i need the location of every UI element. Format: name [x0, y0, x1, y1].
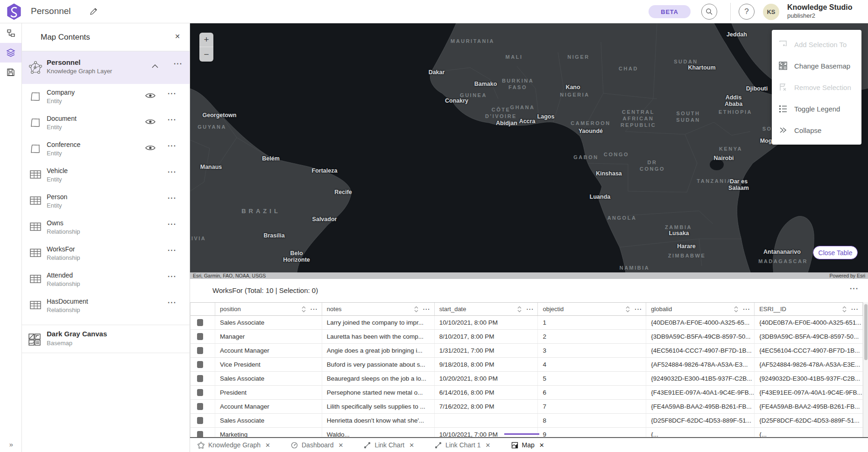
menu-item-toggle-legend[interactable]: Toggle Legend	[772, 98, 861, 119]
map-canvas[interactable]: MAURITANIAMALINIGERSUDANCHADBURKINA FASO…	[190, 23, 868, 272]
row-checkbox[interactable]	[197, 431, 203, 437]
column-options-ellipsis-icon[interactable]: ···	[635, 306, 642, 313]
row-checkbox-cell	[191, 344, 215, 357]
visibility-eye-icon[interactable]	[145, 145, 155, 151]
table-row[interactable]: MarketingWaldo...10/10/2021, 7:00 PM9{..…	[191, 428, 863, 437]
data-model-button[interactable]	[0, 23, 21, 43]
layer-item-options-ellipsis-icon[interactable]: ···	[168, 116, 176, 124]
row-checkbox[interactable]	[197, 333, 203, 340]
layers-button[interactable]	[0, 43, 21, 63]
layer-item-worksfor[interactable]: WorksForRelationship···	[22, 241, 190, 267]
cell-objectid: 1	[538, 316, 646, 329]
column-options-ellipsis-icon[interactable]: ···	[743, 306, 750, 313]
table-options-ellipsis-icon[interactable]: ···	[850, 285, 859, 293]
column-options-ellipsis-icon[interactable]: ···	[851, 306, 859, 313]
layer-personnel[interactable]: Personnel Knowledge Graph Layer ···	[22, 51, 190, 84]
tab-map[interactable]: Map✕	[511, 441, 544, 449]
sort-icon[interactable]	[414, 306, 418, 313]
table-row[interactable]: PresidentPersephone started new metal o.…	[191, 386, 863, 400]
layer-item-options-ellipsis-icon[interactable]: ···	[168, 272, 176, 281]
row-checkbox[interactable]	[197, 389, 203, 396]
tab-close-icon[interactable]: ✕	[338, 442, 343, 449]
layer-item-options-ellipsis-icon[interactable]: ···	[168, 194, 176, 202]
table-row[interactable]: Account ManagerLilith specifically sells…	[191, 400, 863, 414]
row-checkbox[interactable]	[197, 403, 203, 410]
table-row[interactable]: Sales AssociateHenrietta doesn't know wh…	[191, 414, 863, 428]
layer-item-attended[interactable]: AttendedRelationship···	[22, 267, 190, 293]
column-header-objectid[interactable]: objectid···	[538, 303, 646, 315]
table-row[interactable]: Sales AssociateLarry joined the company …	[191, 316, 863, 330]
table-row[interactable]: Account ManagerAngie does a great job br…	[191, 344, 863, 358]
row-checkbox[interactable]	[197, 319, 203, 326]
sort-icon[interactable]	[842, 306, 847, 313]
layer-item-owns[interactable]: OwnsRelationship···	[22, 215, 190, 241]
collapse-layer-chevron-up-icon[interactable]	[152, 64, 158, 68]
layer-item-vehicle[interactable]: VehicleEntity···	[22, 162, 190, 188]
column-options-ellipsis-icon[interactable]: ···	[526, 306, 534, 313]
zoom-out-button[interactable]: −	[199, 47, 213, 62]
layer-item-name: Company	[47, 89, 75, 96]
edit-title-icon[interactable]	[89, 7, 98, 16]
menu-item-remove-selection[interactable]: Remove Selection	[772, 76, 861, 98]
tab-knowledge-graph[interactable]: Knowledge Graph✕	[198, 441, 270, 449]
table-row[interactable]: Sales AssociateBeauregard sleeps on the …	[191, 372, 863, 386]
cell-start_date: 9/18/2018, 8:00 PM	[435, 358, 538, 371]
layer-options-ellipsis-icon[interactable]: ···	[174, 60, 183, 68]
menu-item-change-basemap[interactable]: Change Basemap	[772, 55, 861, 76]
layer-item-options-ellipsis-icon[interactable]: ···	[168, 220, 176, 229]
tab-close-icon[interactable]: ✕	[409, 442, 414, 449]
save-button[interactable]	[0, 63, 21, 82]
column-header-globalid[interactable]: globalid···	[646, 303, 755, 315]
table-scrollbar[interactable]	[863, 302, 868, 437]
sort-icon[interactable]	[517, 306, 522, 313]
layer-item-type: Entity	[47, 176, 62, 183]
visibility-eye-icon[interactable]	[145, 92, 155, 99]
tab-close-icon[interactable]: ✕	[265, 442, 270, 449]
visibility-eye-icon[interactable]	[145, 118, 155, 125]
column-header-esri__id[interactable]: ESRI__ID···	[755, 303, 863, 315]
user-avatar[interactable]: KS	[763, 4, 779, 20]
tab-dashboard[interactable]: Dashboard✕	[291, 441, 343, 449]
row-checkbox[interactable]	[197, 347, 203, 354]
layer-item-conference[interactable]: ConferenceEntity···	[22, 136, 190, 162]
layer-item-options-ellipsis-icon[interactable]: ···	[168, 299, 176, 307]
column-header-start_date[interactable]: start_date···	[435, 303, 538, 315]
tab-close-icon[interactable]: ✕	[539, 442, 544, 449]
layer-item-options-ellipsis-icon[interactable]: ···	[168, 142, 176, 150]
row-checkbox[interactable]	[197, 375, 203, 382]
basemap-item[interactable]: Dark Gray Canvas Basemap	[22, 325, 190, 353]
tab-link-chart[interactable]: Link Chart✕	[364, 441, 414, 449]
expand-rail-button[interactable]: »	[0, 440, 21, 448]
tab-close-icon[interactable]: ✕	[486, 442, 491, 449]
layer-item-options-ellipsis-icon[interactable]: ···	[168, 246, 176, 255]
menu-item-add-selection-to[interactable]: Add Selection To	[772, 34, 861, 55]
help-button[interactable]: ?	[739, 4, 755, 20]
row-checkbox-cell	[191, 386, 215, 399]
table-row[interactable]: ManagerLauretta has been with the comp..…	[191, 330, 863, 344]
layer-item-options-ellipsis-icon[interactable]: ···	[168, 90, 176, 98]
layer-item-hasdocument[interactable]: HasDocumentRelationship···	[22, 293, 190, 319]
scrollbar-thumb[interactable]	[864, 304, 868, 360]
column-header-notes[interactable]: notes···	[322, 303, 435, 315]
sort-icon[interactable]	[626, 306, 630, 313]
zoom-in-button[interactable]: +	[199, 33, 213, 47]
row-checkbox[interactable]	[197, 417, 203, 424]
column-options-ellipsis-icon[interactable]: ···	[311, 306, 318, 313]
sort-icon[interactable]	[302, 306, 306, 313]
column-options-ellipsis-icon[interactable]: ···	[423, 306, 430, 313]
row-checkbox[interactable]	[197, 361, 203, 368]
column-header-position[interactable]: position···	[215, 303, 322, 315]
tab-label: Knowledge Graph	[208, 441, 261, 449]
panel-close-icon[interactable]: ✕	[175, 33, 180, 40]
menu-item-collapse[interactable]: Collapse	[772, 119, 861, 141]
tab-link-chart-1[interactable]: Link Chart 1✕	[435, 441, 490, 449]
layer-item-company[interactable]: CompanyEntity···	[22, 84, 190, 110]
table-row[interactable]: Vice PresidentBuford is very passionate …	[191, 358, 863, 372]
layer-item-person[interactable]: PersonEntity···	[22, 188, 190, 215]
row-checkbox-cell	[191, 428, 215, 437]
close-table-button[interactable]: Close Table	[813, 246, 858, 259]
layer-item-options-ellipsis-icon[interactable]: ···	[168, 168, 176, 176]
search-button[interactable]	[701, 4, 717, 20]
layer-item-document[interactable]: DocumentEntity···	[22, 110, 190, 136]
sort-icon[interactable]	[734, 306, 738, 313]
